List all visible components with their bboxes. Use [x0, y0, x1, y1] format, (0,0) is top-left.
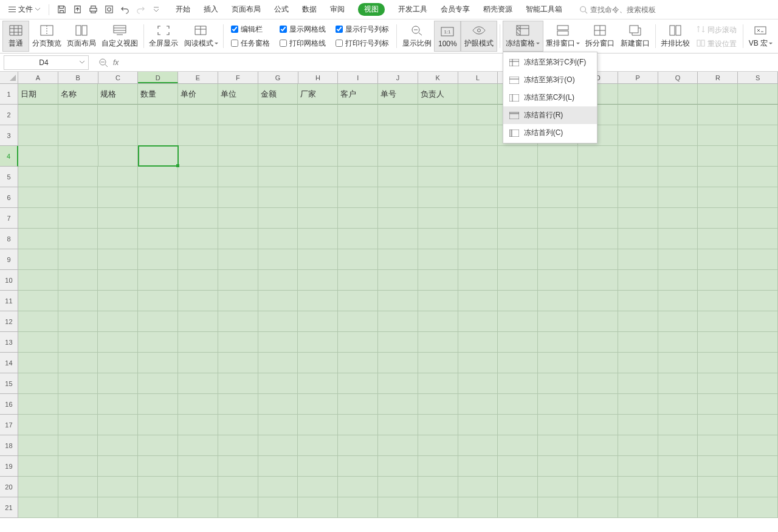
- cell[interactable]: [98, 311, 138, 332]
- vb-macro-button[interactable]: VB 宏: [746, 21, 776, 52]
- cell[interactable]: [418, 456, 458, 477]
- cell[interactable]: [698, 415, 738, 435]
- cell[interactable]: [18, 291, 58, 311]
- cell[interactable]: [618, 311, 658, 332]
- menu-tab-10[interactable]: 智能工具箱: [526, 2, 562, 17]
- print-preview-icon[interactable]: [102, 2, 116, 17]
- cell[interactable]: [698, 353, 738, 373]
- cell[interactable]: [698, 477, 738, 497]
- col-header[interactable]: R: [698, 72, 738, 83]
- cell[interactable]: [498, 187, 538, 208]
- cell[interactable]: [338, 208, 378, 229]
- cell[interactable]: [18, 435, 58, 456]
- cell[interactable]: [18, 415, 58, 435]
- zoom-out-icon[interactable]: [98, 58, 108, 67]
- cell[interactable]: [138, 497, 178, 518]
- eye-protect-button[interactable]: 护眼模式: [461, 21, 497, 52]
- cell[interactable]: [378, 249, 418, 270]
- cell[interactable]: [418, 249, 458, 270]
- cell[interactable]: [578, 311, 618, 332]
- command-search[interactable]: [579, 5, 675, 14]
- cell[interactable]: [258, 332, 298, 353]
- cell[interactable]: [418, 229, 458, 249]
- cell[interactable]: [418, 373, 458, 394]
- cell[interactable]: [418, 105, 458, 125]
- cell[interactable]: [18, 477, 58, 497]
- cell[interactable]: [698, 270, 738, 291]
- cell[interactable]: [698, 435, 738, 456]
- cell[interactable]: [658, 497, 698, 518]
- cell[interactable]: [698, 146, 738, 167]
- menu-tab-2[interactable]: 页面布局: [232, 2, 261, 17]
- cell[interactable]: [738, 270, 778, 291]
- cell[interactable]: [378, 187, 418, 208]
- col-header[interactable]: F: [218, 72, 258, 83]
- view-page-layout-button[interactable]: 页面布局: [64, 21, 98, 52]
- cell[interactable]: [698, 229, 738, 249]
- cell[interactable]: [98, 291, 138, 311]
- cell[interactable]: [578, 353, 618, 373]
- cell[interactable]: [98, 105, 138, 125]
- cell[interactable]: [298, 435, 338, 456]
- cell[interactable]: [338, 435, 378, 456]
- cell[interactable]: [618, 187, 658, 208]
- cell[interactable]: [458, 311, 498, 332]
- cell[interactable]: [138, 394, 178, 415]
- cell[interactable]: [18, 497, 58, 518]
- cell[interactable]: [698, 332, 738, 353]
- cell[interactable]: [378, 291, 418, 311]
- cell[interactable]: [178, 249, 218, 270]
- cell[interactable]: [338, 167, 378, 187]
- cell[interactable]: [458, 373, 498, 394]
- cell[interactable]: [218, 105, 258, 125]
- cell[interactable]: [258, 415, 298, 435]
- menu-tab-9[interactable]: 稻壳资源: [483, 2, 512, 17]
- cell[interactable]: [458, 270, 498, 291]
- cell[interactable]: [458, 146, 498, 167]
- cell[interactable]: [658, 311, 698, 332]
- cell[interactable]: [378, 125, 418, 146]
- cell[interactable]: [58, 332, 98, 353]
- cell[interactable]: [498, 270, 538, 291]
- cell[interactable]: [378, 477, 418, 497]
- row-header[interactable]: 11: [0, 291, 18, 311]
- cell[interactable]: [378, 353, 418, 373]
- cell[interactable]: [178, 291, 218, 311]
- cell[interactable]: 金额: [258, 84, 298, 105]
- cell[interactable]: [618, 415, 658, 435]
- cell[interactable]: [458, 497, 498, 518]
- fullscreen-button[interactable]: 全屏显示: [146, 21, 181, 52]
- reading-mode-button[interactable]: 阅读模式: [181, 21, 221, 52]
- freeze-first-row[interactable]: 冻结首行(R): [503, 106, 597, 124]
- cell[interactable]: [98, 415, 138, 435]
- cell[interactable]: [378, 332, 418, 353]
- cell[interactable]: [258, 125, 298, 146]
- cell[interactable]: [458, 105, 498, 125]
- cell[interactable]: [18, 105, 58, 125]
- cell[interactable]: [738, 84, 778, 105]
- cell[interactable]: [378, 394, 418, 415]
- cell[interactable]: [218, 477, 258, 497]
- menu-tab-6[interactable]: 视图: [358, 3, 385, 16]
- chk-print-gridlines[interactable]: 打印网格线: [280, 38, 326, 49]
- cell[interactable]: [658, 353, 698, 373]
- col-header[interactable]: S: [738, 72, 778, 83]
- cell[interactable]: [458, 477, 498, 497]
- cell[interactable]: [578, 332, 618, 353]
- cell[interactable]: [458, 332, 498, 353]
- cell[interactable]: [178, 353, 218, 373]
- cell[interactable]: [578, 249, 618, 270]
- cell[interactable]: [98, 270, 138, 291]
- cell[interactable]: [338, 311, 378, 332]
- cell[interactable]: [658, 208, 698, 229]
- cell[interactable]: [18, 125, 58, 146]
- cell[interactable]: [618, 435, 658, 456]
- cell[interactable]: [698, 84, 738, 105]
- export-icon[interactable]: [70, 2, 84, 17]
- cell[interactable]: [458, 415, 498, 435]
- new-window-button[interactable]: 新建窗口: [618, 21, 652, 52]
- cell[interactable]: 单号: [378, 84, 418, 105]
- cell[interactable]: [698, 105, 738, 125]
- col-header[interactable]: B: [58, 72, 98, 83]
- cell[interactable]: [618, 291, 658, 311]
